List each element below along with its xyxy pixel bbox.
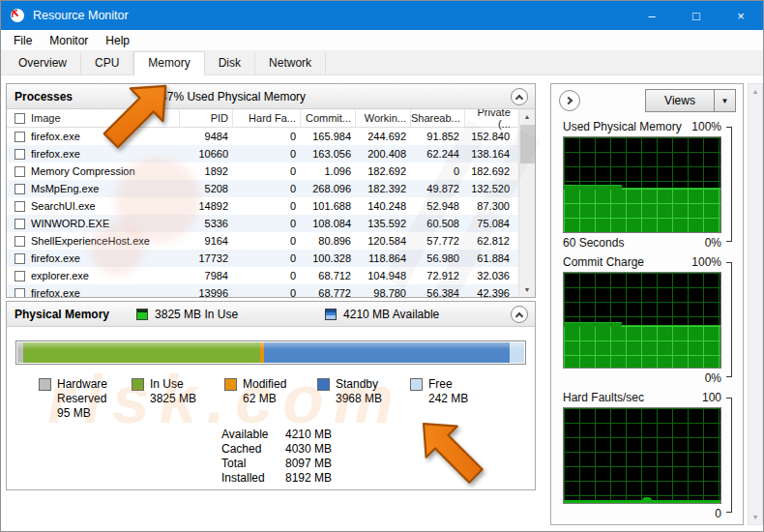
graph-bottom-row: 0 bbox=[563, 504, 721, 523]
process-row[interactable]: Memory Compression189201.096182.6920182.… bbox=[7, 163, 518, 180]
graph-axis-bracket bbox=[726, 398, 732, 513]
cell-value: 0 bbox=[232, 200, 300, 212]
tab-network[interactable]: Network bbox=[255, 52, 326, 74]
window-scrollbar[interactable]: ▲ ▼ bbox=[748, 83, 763, 525]
stat-value: 4030 MB bbox=[285, 442, 332, 457]
chevron-up-icon bbox=[515, 94, 523, 102]
maximize-button[interactable]: □ bbox=[674, 1, 719, 30]
process-row[interactable]: SearchUI.exe148920101.688140.24852.94887… bbox=[7, 197, 518, 215]
graph-title: Used Physical Memory bbox=[563, 120, 682, 133]
cell-value: 5208 bbox=[179, 183, 232, 194]
process-row[interactable]: MsMpEng.exe52080268.096182.39249.872132.… bbox=[7, 180, 518, 197]
legend-swatch-icon bbox=[132, 378, 144, 391]
expand-sidebar-button[interactable] bbox=[559, 90, 580, 111]
legend-line: Hardware bbox=[57, 377, 107, 392]
cell-value: 13996 bbox=[179, 287, 232, 297]
row-checkbox[interactable] bbox=[15, 236, 25, 247]
header-checkbox[interactable] bbox=[15, 113, 25, 124]
resource-monitor-window: Resource Monitor – □ × File Monitor Help… bbox=[0, 0, 764, 532]
row-checkbox[interactable] bbox=[15, 253, 25, 264]
row-checkbox[interactable] bbox=[15, 184, 25, 194]
physical-memory-header[interactable]: Physical Memory 3825 MB In Use 4210 MB A… bbox=[7, 302, 535, 327]
scroll-down-icon[interactable]: ▼ bbox=[519, 282, 535, 297]
row-checkbox[interactable] bbox=[15, 132, 25, 142]
column-header-label: Image bbox=[31, 112, 61, 124]
minimize-button[interactable]: – bbox=[630, 1, 674, 30]
cell-value: 165.984 bbox=[300, 131, 355, 142]
scroll-up-icon[interactable]: ▲ bbox=[749, 84, 762, 99]
row-checkbox[interactable] bbox=[15, 271, 25, 281]
legend-swatch-icon bbox=[410, 378, 423, 391]
scroll-down-icon[interactable]: ▼ bbox=[749, 510, 762, 524]
process-row[interactable]: explorer.exe7984068.712104.94872.91232.0… bbox=[7, 267, 518, 284]
process-row[interactable]: ShellExperienceHost.exe9164080.896120.58… bbox=[7, 232, 518, 250]
cell-value: 101.688 bbox=[300, 200, 355, 212]
cell-value: 1.096 bbox=[300, 165, 355, 177]
memory-bar-segment-3 bbox=[264, 342, 510, 363]
collapse-memory-button[interactable] bbox=[511, 306, 528, 323]
legend-item-2: Modified62 MB bbox=[224, 377, 317, 421]
stat-row: Total8097 MB bbox=[221, 457, 332, 471]
graph-canvas bbox=[563, 272, 721, 369]
process-row[interactable]: firefox.exe13996068.77298.78056.38442.39… bbox=[7, 284, 518, 297]
scrollbar-thumb[interactable] bbox=[520, 125, 535, 163]
stat-label: Available bbox=[221, 428, 285, 442]
process-row[interactable]: firefox.exe177320100.328118.86456.98061.… bbox=[7, 250, 518, 267]
menu-file[interactable]: File bbox=[5, 31, 41, 50]
annotation-arrow-memory-tab bbox=[84, 69, 192, 158]
tab-disk[interactable]: Disk bbox=[205, 52, 255, 74]
stat-value: 8097 MB bbox=[285, 457, 332, 471]
tab-overview[interactable]: Overview bbox=[5, 52, 81, 74]
views-dropdown-icon[interactable]: ▼ bbox=[714, 90, 735, 111]
cell-value: 17732 bbox=[179, 252, 232, 264]
close-button[interactable]: × bbox=[719, 1, 763, 30]
column-header-4[interactable]: Workin... bbox=[355, 109, 410, 127]
cell-value: 0 bbox=[232, 270, 300, 281]
column-header-2[interactable]: Hard Fa... bbox=[232, 109, 300, 127]
legend-label: HardwareReserved95 MB bbox=[57, 377, 107, 421]
row-checkbox[interactable] bbox=[15, 166, 25, 177]
cell-value: 0 bbox=[232, 235, 300, 247]
cell-value: 0 bbox=[232, 165, 300, 177]
scroll-up-icon[interactable]: ▲ bbox=[519, 109, 535, 124]
graph-used-physical-memory: Used Physical Memory100%60 Seconds0% bbox=[563, 117, 735, 252]
row-checkbox[interactable] bbox=[15, 149, 25, 160]
row-checkbox[interactable] bbox=[15, 288, 25, 298]
row-checkbox[interactable] bbox=[15, 201, 25, 212]
cell-value: 138.164 bbox=[463, 148, 514, 160]
row-checkbox[interactable] bbox=[15, 219, 25, 229]
views-label[interactable]: Views bbox=[646, 90, 714, 111]
stat-row: Available4210 MB bbox=[221, 428, 332, 442]
available-icon bbox=[325, 309, 337, 320]
cell-value: 68.712 bbox=[300, 270, 355, 281]
memory-bar-segment-1 bbox=[23, 342, 260, 363]
graph-title-row: Used Physical Memory100% bbox=[563, 117, 721, 136]
process-row[interactable]: WINWORD.EXE53360108.084135.59260.50875.0… bbox=[7, 215, 518, 232]
cell-value: 5336 bbox=[179, 218, 232, 229]
graph-fill-area bbox=[564, 325, 720, 368]
physical-memory-title: Physical Memory bbox=[15, 308, 109, 321]
column-header-5[interactable]: Shareab... bbox=[410, 109, 464, 127]
cell-value: 98.780 bbox=[355, 287, 410, 297]
views-button[interactable]: Views ▼ bbox=[645, 89, 736, 112]
cell-image: firefox.exe bbox=[7, 252, 179, 264]
graph-x-label: 60 Seconds bbox=[563, 236, 624, 250]
legend-line: Standby bbox=[336, 377, 382, 392]
column-header-6[interactable]: Private (... bbox=[464, 109, 514, 127]
chevron-up-icon bbox=[515, 311, 523, 319]
table-scrollbar[interactable]: ▲ ▼ bbox=[518, 109, 535, 297]
graph-max-label: 100% bbox=[691, 255, 721, 269]
collapse-processes-button[interactable] bbox=[511, 88, 528, 105]
legend-swatch-icon bbox=[317, 378, 330, 391]
cell-value: 104.948 bbox=[355, 270, 410, 281]
menu-help[interactable]: Help bbox=[97, 31, 138, 50]
cell-image: SearchUI.exe bbox=[7, 200, 179, 212]
stat-row: Installed8192 MB bbox=[221, 471, 332, 486]
process-name: explorer.exe bbox=[31, 270, 89, 281]
legend-line: Modified bbox=[243, 377, 286, 392]
legend-line: In Use bbox=[150, 377, 196, 392]
menu-monitor[interactable]: Monitor bbox=[41, 31, 97, 50]
column-header-3[interactable]: Commit... bbox=[300, 109, 355, 127]
window-title: Resource Monitor bbox=[33, 9, 129, 22]
legend-swatch-icon bbox=[39, 378, 51, 391]
